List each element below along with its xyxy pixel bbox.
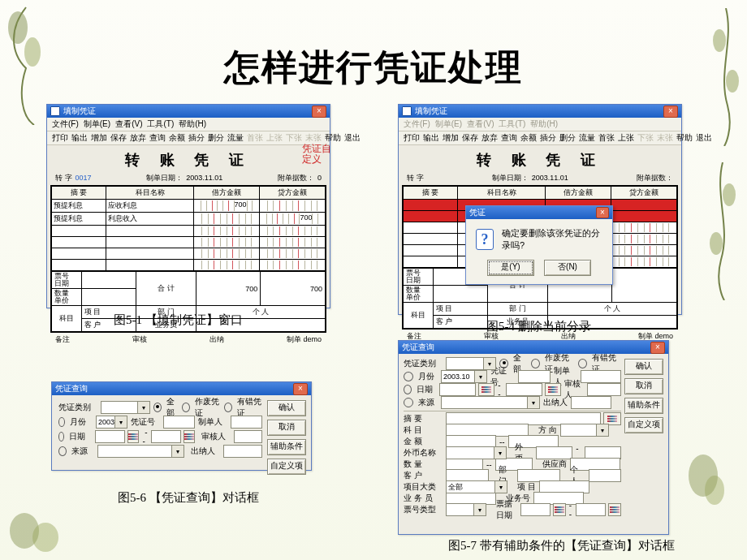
month-select[interactable]: 2003.10▾ [441, 370, 487, 383]
entry-row[interactable] [52, 237, 326, 248]
date-to-input[interactable] [151, 430, 181, 443]
date-radio[interactable] [58, 432, 64, 442]
voucher-date[interactable]: 2003.11.01 [186, 174, 222, 182]
date-from-input[interactable] [95, 430, 125, 443]
tb-add[interactable]: 增加 [443, 132, 459, 144]
month-radio[interactable] [404, 372, 413, 381]
tb-export[interactable]: 输出 [423, 132, 439, 144]
entry-row[interactable]: 预提利息 应收利息 700 [52, 200, 326, 213]
date-picker-button[interactable] [127, 430, 139, 443]
tb-delline[interactable]: 删分 [559, 132, 576, 144]
tb-balance[interactable]: 余额 [520, 132, 537, 144]
person-input[interactable] [589, 469, 621, 482]
menu-view[interactable]: 查看(V) [115, 118, 142, 130]
tb-save[interactable]: 保存 [462, 132, 478, 144]
month-radio[interactable] [58, 417, 65, 427]
aux-button[interactable]: 辅助条件 [624, 398, 663, 414]
date-picker-button[interactable] [553, 503, 566, 516]
tb-insline[interactable]: 插分 [540, 132, 556, 144]
close-icon[interactable]: × [312, 106, 326, 118]
close-icon[interactable]: × [293, 383, 308, 395]
custom-button[interactable]: 自定义项 [267, 459, 306, 475]
tb-help[interactable]: 帮助 [676, 132, 693, 144]
close-icon[interactable]: × [596, 207, 609, 218]
source-radio[interactable] [404, 398, 413, 407]
foreign-from[interactable] [536, 446, 572, 459]
ok-button[interactable]: 确认 [267, 400, 306, 416]
close-icon[interactable]: × [663, 106, 678, 118]
tb-query[interactable]: 查询 [501, 132, 517, 144]
tb-save[interactable]: 保存 [110, 132, 127, 144]
tb-print[interactable]: 打印 [404, 132, 420, 144]
billkind-select[interactable]: ▾ [446, 503, 486, 516]
date-picker-button[interactable] [184, 430, 195, 443]
entry-row[interactable]: 预提利息 利息收入 700 [52, 213, 326, 226]
voucher-no-input[interactable] [518, 370, 551, 383]
voucher-grid[interactable]: 摘 要 科目名称 借方金额 贷方金额 预提利息 应收利息 700 预提利息 利息… [51, 186, 326, 271]
date-from-input[interactable] [439, 383, 476, 396]
month-select[interactable]: 2003.10▾ [96, 416, 127, 429]
direction-select[interactable]: ▾ [560, 424, 609, 437]
tb-query[interactable]: 查询 [149, 132, 166, 144]
source-select[interactable]: ▾ [97, 445, 185, 458]
aux-button[interactable]: 辅助条件 [267, 439, 306, 455]
source-select[interactable]: ▾ [441, 396, 540, 409]
scope-made-radio[interactable] [182, 403, 190, 412]
billdate-to[interactable] [576, 503, 606, 516]
close-icon[interactable]: × [650, 342, 665, 354]
menu-tool[interactable]: 工具(T) [147, 118, 174, 130]
billdate-from[interactable] [520, 503, 551, 516]
date-picker-button[interactable] [608, 503, 621, 516]
tb-export[interactable]: 输出 [71, 132, 88, 144]
attach-count[interactable]: 0 [317, 174, 322, 182]
tb-flow[interactable]: 流量 [579, 132, 595, 144]
menu-help[interactable]: 帮助(H) [179, 118, 206, 130]
reviewer-input[interactable] [234, 430, 262, 443]
tb-balance[interactable]: 余额 [169, 132, 185, 144]
tb-delline[interactable]: 删分 [208, 132, 224, 144]
tb-discard[interactable]: 放弃 [481, 132, 498, 144]
tb-prev[interactable]: 上张 [618, 132, 634, 144]
cashier-input[interactable] [223, 445, 262, 458]
entry-row[interactable] [52, 248, 326, 260]
tb-discard[interactable]: 放弃 [130, 132, 146, 144]
voucher-no-input[interactable] [163, 416, 195, 429]
maker-input[interactable] [581, 370, 621, 383]
menu-edit[interactable]: 制单(E) [84, 118, 110, 130]
tb-flow[interactable]: 流量 [227, 132, 244, 144]
tb-exit[interactable]: 退出 [344, 132, 361, 144]
yes-button[interactable]: 是(Y) [487, 260, 534, 276]
type-select[interactable]: ▾ [446, 357, 496, 370]
project-cat-select[interactable]: 全部▾ [446, 480, 507, 493]
foreign-select[interactable]: ▾ [446, 446, 507, 459]
cancel-button[interactable]: 取消 [267, 420, 306, 436]
scope-err-radio[interactable] [224, 403, 232, 412]
maker-label: 制单 [287, 335, 301, 343]
date-picker-button[interactable] [478, 383, 494, 396]
entry-row[interactable] [52, 226, 326, 237]
source-radio[interactable] [58, 446, 67, 456]
date-to-input[interactable] [506, 383, 542, 396]
tb-add[interactable]: 增加 [91, 132, 107, 144]
cancel-button[interactable]: 取消 [624, 378, 663, 394]
maker-input[interactable] [231, 416, 262, 429]
tb-first[interactable]: 首张 [598, 132, 615, 144]
ok-button[interactable]: 确认 [624, 359, 663, 375]
tb-print[interactable]: 打印 [52, 132, 68, 144]
tb-help[interactable]: 帮助 [325, 132, 341, 144]
tb-exit[interactable]: 退出 [696, 132, 712, 144]
scope-all-radio[interactable] [153, 403, 162, 412]
scope-made-radio[interactable] [531, 359, 540, 368]
entry-row[interactable] [52, 260, 326, 271]
type-select[interactable]: ▾ [101, 401, 150, 414]
reviewer-input[interactable] [587, 383, 621, 396]
tb-insline[interactable]: 插分 [188, 132, 205, 144]
scope-err-radio[interactable] [578, 359, 587, 368]
custom-button[interactable]: 自定义项 [624, 417, 663, 433]
cashier-input[interactable] [571, 396, 611, 409]
no-button[interactable]: 否(N) [544, 260, 591, 276]
date-picker-button[interactable] [545, 383, 561, 396]
date-radio[interactable] [404, 385, 412, 394]
menu-file[interactable]: 文件(F) [52, 118, 79, 130]
kind-no[interactable]: 0017 [76, 174, 92, 182]
